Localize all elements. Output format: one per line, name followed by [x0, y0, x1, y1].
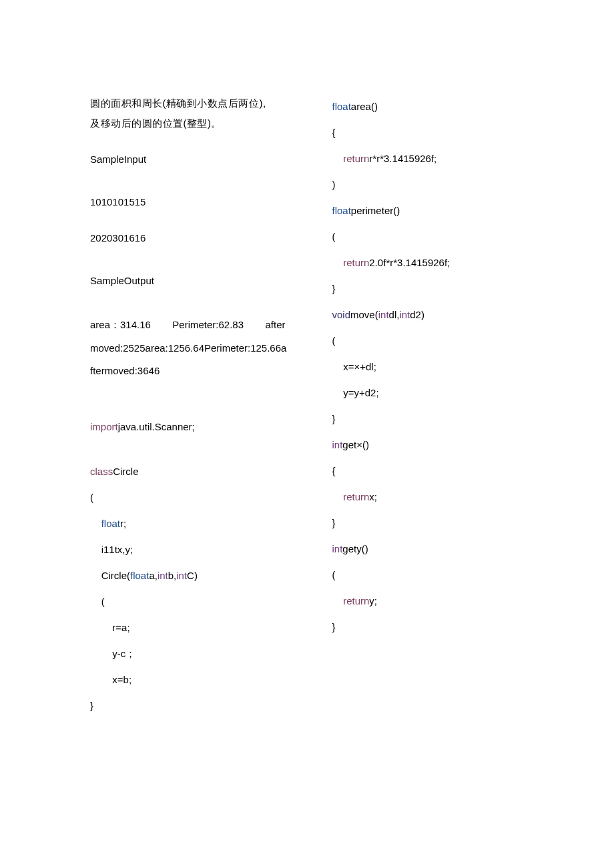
ctor-open: ( [90, 588, 286, 614]
gety-open: ( [332, 562, 528, 588]
gety-ret-kw: return [343, 595, 369, 606]
area-ret-expr: r*r*3.1415926f; [369, 153, 436, 164]
gety-name: gety() [342, 543, 368, 554]
sample-input-2: 2020301616 [90, 228, 286, 248]
sample-output-block: area：314.16 Perimeter:62.83 after moved:… [90, 314, 286, 383]
move-void: void [332, 309, 351, 320]
ctor-int1: int [158, 570, 168, 581]
perim-float: float [332, 205, 351, 216]
area-open: { [332, 119, 528, 145]
ctor-name: Circle( [101, 570, 130, 581]
class-decl: classCircle [90, 458, 286, 484]
ctor-body-1: r=a; [90, 614, 286, 640]
import-line: importjava.util.Scanner; [90, 414, 286, 440]
ctor-l1: r=a; [112, 622, 129, 633]
sample-output-label: SampleOutput [90, 271, 286, 291]
area-close: ) [332, 171, 528, 197]
getx-int: int [332, 439, 343, 450]
move-body-1: x=×+dl; [332, 354, 528, 380]
ctor-l3: x=b; [112, 674, 131, 685]
field-xy: i11tx,y; [90, 536, 286, 562]
desc-line-1: 圆的面枳和周长(精确到小数点后两位), [90, 93, 286, 113]
document-page: 圆的面枳和周长(精确到小数点后两位), 及移动后的圆的位置(整型)。 Sampl… [90, 93, 527, 734]
ctor-l2: y-c； [112, 648, 135, 659]
ctor-close: } [90, 693, 286, 719]
ctor-float: float [130, 570, 149, 581]
area-sig: floatarea() [332, 93, 528, 119]
sample-input-1: 1010101515 [90, 192, 286, 212]
area-return: returnr*r*3.1415926f; [332, 145, 528, 171]
gety-int: int [332, 543, 343, 554]
getx-sig: intget×() [332, 432, 528, 458]
gety-sig: intgety() [332, 536, 528, 562]
ctor-body-3: x=b; [90, 667, 286, 693]
area-float: float [332, 101, 351, 112]
getx-ret-kw: return [343, 491, 369, 502]
ctor-open-brace: ( [101, 596, 105, 607]
move-p1: dl, [389, 309, 400, 320]
area-name: area() [351, 101, 378, 112]
import-rest: java.util.Scanner; [118, 421, 195, 432]
move-int2: int [399, 309, 410, 320]
class-open: ( [90, 484, 286, 510]
r-decl: r; [120, 518, 126, 529]
perim-ret-kw: return [343, 257, 369, 268]
output-line-2: moved:2525area:1256.64Perimeter:125.66a [90, 337, 286, 360]
ctor-c: C) [187, 570, 198, 581]
output-line-3: ftermoved:3646 [90, 360, 286, 383]
description: 圆的面枳和周长(精确到小数点后两位), 及移动后的圆的位置(整型)。 [90, 93, 286, 133]
perim-open: ( [332, 224, 528, 250]
move-l1: x=×+dl; [343, 361, 376, 372]
area-ret-kw: return [343, 153, 369, 164]
ctor-sig: Circle(floata,intb,intC) [90, 562, 286, 588]
perim-close: } [332, 276, 528, 302]
move-int1: int [378, 309, 389, 320]
gety-close: } [332, 614, 528, 640]
getx-open: { [332, 458, 528, 484]
gety-return: returny; [332, 588, 528, 614]
int-decl: i11tx,y; [101, 544, 133, 555]
perim-return: return2.0f*r*3.1415926f; [332, 250, 528, 276]
getx-ret-expr: x; [369, 491, 377, 502]
move-open: ( [332, 328, 528, 354]
move-close: } [332, 406, 528, 432]
output-line-1: area：314.16 Perimeter:62.83 after [90, 314, 286, 337]
out1b: Perimeter:62.83 [172, 314, 244, 337]
field-r: floatr; [90, 510, 286, 536]
out1a: area：314.16 [90, 314, 151, 337]
sample-input-label: SampleInput [90, 149, 286, 169]
move-name: move( [350, 309, 378, 320]
ctor-int2: int [176, 570, 187, 581]
ctor-body-2: y-c； [90, 640, 286, 667]
desc-line-2: 及移动后的圆的位置(整型)。 [90, 113, 286, 133]
import-keyword: import [90, 421, 118, 432]
getx-return: returnx; [332, 484, 528, 510]
getx-close: } [332, 510, 528, 536]
move-p2: d2) [410, 309, 424, 320]
move-sig: voidmove(intdl,intd2) [332, 302, 528, 328]
perim-ret-expr: 2.0f*r*3.1415926f; [369, 257, 450, 268]
move-l2: y=y+d2; [343, 387, 378, 398]
out1c: after [265, 314, 285, 337]
perim-name: perimeter() [351, 205, 400, 216]
ctor-b: b, [168, 570, 177, 581]
class-keyword: class [90, 466, 113, 477]
perim-sig: floatperimeter() [332, 197, 528, 224]
gety-ret-expr: y; [369, 595, 377, 606]
float-keyword: float [101, 518, 120, 529]
ctor-a: a, [149, 570, 158, 581]
class-name: Circle [113, 466, 138, 477]
move-body-2: y=y+d2; [332, 380, 528, 406]
getx-name: get×() [342, 439, 369, 450]
